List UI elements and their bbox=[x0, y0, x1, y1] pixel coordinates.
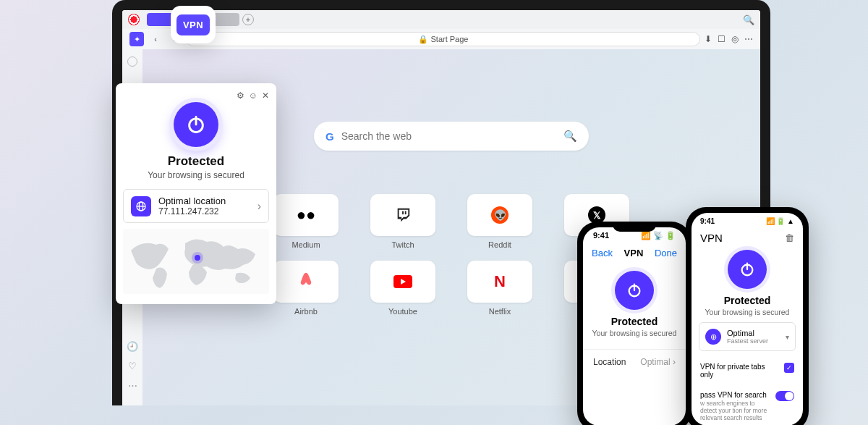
option-private-tabs[interactable]: VPN for private tabs only ✓ bbox=[692, 357, 803, 385]
location-value: Optimal bbox=[640, 357, 670, 367]
iphone-notch bbox=[613, 222, 656, 232]
rail-item[interactable] bbox=[127, 56, 137, 67]
reddit-icon: 👽 bbox=[491, 206, 509, 224]
more-icon[interactable]: ⋯ bbox=[128, 380, 137, 391]
vpn-badge-label: VPN bbox=[176, 14, 210, 35]
back-button[interactable]: Back bbox=[592, 248, 613, 258]
netflix-icon: N bbox=[494, 272, 506, 291]
tab-strip: + 🔍 bbox=[122, 10, 760, 29]
menu-icon[interactable]: ⋯ bbox=[744, 34, 753, 44]
close-icon[interactable]: ✕ bbox=[262, 91, 269, 101]
nav-bar: Back VPN Done bbox=[583, 243, 686, 262]
lock-icon: 🔒 bbox=[418, 35, 428, 44]
location-label: Optimal location bbox=[158, 195, 250, 206]
chevron-down-icon: ▾ bbox=[786, 333, 789, 341]
heart-icon[interactable]: ♡ bbox=[128, 361, 137, 371]
youtube-icon bbox=[393, 275, 412, 288]
search-box[interactable]: G 🔍 bbox=[314, 122, 589, 151]
status-bar: 9:41 📶 🔋 ▲ bbox=[692, 213, 803, 229]
vpn-power-button[interactable] bbox=[174, 102, 218, 147]
snapshot-icon[interactable]: ◎ bbox=[731, 34, 739, 44]
power-icon bbox=[626, 282, 642, 298]
screen-title: VPN bbox=[700, 232, 723, 244]
vpn-toolbar-badge[interactable]: VPN bbox=[171, 6, 216, 43]
vpn-power-button[interactable] bbox=[728, 250, 767, 289]
toggle-on[interactable] bbox=[775, 391, 794, 401]
address-label: Start Page bbox=[431, 35, 469, 43]
vpn-status-title: Protected bbox=[123, 154, 269, 169]
android-screen: 9:41 📶 🔋 ▲ VPN 🗑 Protected Your browsing… bbox=[692, 213, 803, 425]
clock: 9:41 bbox=[593, 231, 609, 240]
address-bar[interactable]: 🔒 Start Page bbox=[186, 32, 700, 46]
ip-address: 77.111.247.232 bbox=[158, 206, 250, 216]
vpn-status-subtitle: Your browsing is secured bbox=[692, 308, 803, 316]
vpn-status-subtitle: Your browsing is secured bbox=[123, 170, 269, 180]
world-map bbox=[123, 229, 269, 294]
chevron-right-icon: › bbox=[258, 200, 261, 213]
checkbox-checked[interactable]: ✓ bbox=[784, 363, 794, 373]
location-selector[interactable]: ⊕ Optimal Fastest server ▾ bbox=[699, 322, 796, 351]
smile-icon[interactable]: ☺ bbox=[249, 91, 258, 101]
tile-youtube[interactable]: Youtube bbox=[360, 261, 446, 316]
globe-icon: ⊕ bbox=[705, 329, 721, 345]
location-label: Location bbox=[593, 357, 626, 367]
vpn-power-button[interactable] bbox=[615, 271, 654, 310]
header: VPN 🗑 bbox=[692, 229, 803, 250]
medium-icon: ●● bbox=[297, 206, 316, 224]
search-input[interactable] bbox=[341, 130, 556, 142]
vpn-status-subtitle: Your browsing is secured bbox=[583, 329, 686, 337]
iphone-device: 9:41 📶 📡 🔋 Back VPN Done Protected Your … bbox=[577, 222, 692, 425]
twitch-icon bbox=[395, 207, 411, 223]
history-icon[interactable]: 🕘 bbox=[127, 341, 138, 352]
location-desc: Fastest server bbox=[727, 337, 780, 345]
tile-netflix[interactable]: NNetflix bbox=[457, 261, 542, 316]
delete-icon[interactable]: 🗑 bbox=[785, 232, 794, 243]
vpn-status-title: Protected bbox=[583, 316, 686, 327]
tile-reddit[interactable]: 👽Reddit bbox=[457, 194, 542, 249]
bookmark-icon[interactable]: ☐ bbox=[718, 34, 726, 44]
opera-logo-icon[interactable] bbox=[128, 14, 140, 25]
status-icons: 📶 📡 🔋 bbox=[641, 231, 676, 240]
search-icon[interactable]: 🔍 bbox=[563, 130, 577, 143]
power-icon bbox=[739, 261, 755, 277]
airbnb-icon bbox=[298, 272, 314, 292]
address-toolbar: ✦ ‹ › 🔒 Start Page ⬇ ☐ ◎ ⋯ bbox=[122, 29, 760, 49]
new-tab-button[interactable]: + bbox=[242, 14, 254, 25]
iphone-screen: 9:41 📶 📡 🔋 Back VPN Done Protected Your … bbox=[583, 227, 686, 425]
nav-back-button[interactable]: ‹ bbox=[148, 32, 163, 46]
power-icon bbox=[186, 114, 206, 135]
status-icons: 📶 🔋 ▲ bbox=[766, 217, 794, 225]
sidebar-toggle-button[interactable]: ✦ bbox=[129, 32, 144, 46]
location-marker bbox=[195, 255, 200, 261]
vpn-popover: ⚙ ☺ ✕ Protected Your browsing is secured… bbox=[116, 83, 276, 304]
download-icon[interactable]: ⬇ bbox=[705, 34, 712, 44]
location-name: Optimal bbox=[727, 329, 780, 337]
option-bypass-search[interactable]: pass VPN for search w search engines to … bbox=[692, 385, 803, 425]
vpn-status-title: Protected bbox=[692, 295, 803, 306]
location-row[interactable]: Location Optimal › bbox=[583, 349, 686, 374]
gear-icon[interactable]: ⚙ bbox=[237, 91, 244, 101]
globe-icon bbox=[131, 196, 151, 216]
vpn-location-card[interactable]: Optimal location 77.111.247.232 › bbox=[123, 189, 269, 223]
done-button[interactable]: Done bbox=[655, 248, 677, 258]
search-icon[interactable]: 🔍 bbox=[743, 14, 754, 25]
tile-twitch[interactable]: Twitch bbox=[360, 194, 446, 249]
svg-rect-0 bbox=[402, 211, 404, 215]
android-device: 9:41 📶 🔋 ▲ VPN 🗑 Protected Your browsing… bbox=[686, 207, 809, 425]
clock: 9:41 bbox=[700, 217, 715, 225]
svg-rect-1 bbox=[405, 211, 407, 215]
screen-title: VPN bbox=[624, 248, 644, 258]
google-icon: G bbox=[326, 130, 334, 143]
